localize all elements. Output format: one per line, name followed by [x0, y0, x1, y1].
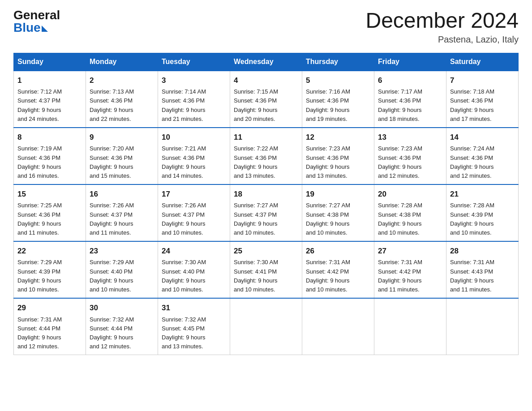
day-info: Sunrise: 7:13 AMSunset: 4:36 PMDaylight:… [90, 87, 154, 124]
calendar-cell: 31Sunrise: 7:32 AMSunset: 4:45 PMDayligh… [158, 298, 230, 355]
calendar-cell: 17Sunrise: 7:26 AMSunset: 4:37 PMDayligh… [158, 184, 230, 241]
day-number: 13 [378, 132, 442, 143]
day-number: 14 [450, 132, 515, 143]
day-info: Sunrise: 7:22 AMSunset: 4:36 PMDaylight:… [234, 144, 298, 180]
column-header-friday: Friday [374, 53, 446, 71]
day-info: Sunrise: 7:23 AMSunset: 4:36 PMDaylight:… [378, 144, 442, 180]
day-info: Sunrise: 7:17 AMSunset: 4:36 PMDaylight:… [378, 87, 442, 124]
day-number: 22 [17, 245, 82, 257]
day-info: Sunrise: 7:18 AMSunset: 4:36 PMDaylight:… [450, 87, 515, 124]
calendar-cell: 4Sunrise: 7:15 AMSunset: 4:36 PMDaylight… [230, 71, 302, 128]
calendar-cell: 5Sunrise: 7:16 AMSunset: 4:36 PMDaylight… [302, 71, 374, 128]
day-info: Sunrise: 7:19 AMSunset: 4:36 PMDaylight:… [17, 144, 82, 180]
day-number: 18 [234, 188, 298, 200]
column-header-monday: Monday [86, 53, 158, 71]
day-info: Sunrise: 7:31 AMSunset: 4:43 PMDaylight:… [450, 258, 515, 294]
page-title: December 2024 [365, 9, 519, 33]
day-number: 10 [162, 132, 226, 143]
calendar-cell: 29Sunrise: 7:31 AMSunset: 4:44 PMDayligh… [14, 298, 86, 355]
logo: General Blue [13, 9, 60, 34]
day-info: Sunrise: 7:15 AMSunset: 4:36 PMDaylight:… [234, 87, 298, 124]
day-info: Sunrise: 7:32 AMSunset: 4:44 PMDaylight:… [90, 315, 154, 351]
calendar-cell: 16Sunrise: 7:26 AMSunset: 4:37 PMDayligh… [86, 184, 158, 241]
day-info: Sunrise: 7:16 AMSunset: 4:36 PMDaylight:… [306, 87, 370, 124]
calendar-cell [230, 298, 302, 355]
day-number: 20 [378, 188, 442, 200]
calendar-table: SundayMondayTuesdayWednesdayThursdayFrid… [13, 53, 519, 355]
calendar-cell: 12Sunrise: 7:23 AMSunset: 4:36 PMDayligh… [302, 128, 374, 184]
column-header-tuesday: Tuesday [158, 53, 230, 71]
logo-general-text: General [13, 9, 60, 21]
day-info: Sunrise: 7:31 AMSunset: 4:42 PMDaylight:… [306, 258, 370, 294]
calendar-cell: 22Sunrise: 7:29 AMSunset: 4:39 PMDayligh… [14, 241, 86, 298]
day-number: 11 [234, 132, 298, 143]
calendar-cell: 9Sunrise: 7:20 AMSunset: 4:36 PMDaylight… [86, 128, 158, 184]
calendar-cell: 2Sunrise: 7:13 AMSunset: 4:36 PMDaylight… [86, 71, 158, 128]
calendar-cell: 18Sunrise: 7:27 AMSunset: 4:37 PMDayligh… [230, 184, 302, 241]
title-block: December 2024 Pastena, Lazio, Italy [365, 9, 519, 45]
day-number: 23 [90, 245, 154, 257]
calendar-week-row: 29Sunrise: 7:31 AMSunset: 4:44 PMDayligh… [14, 298, 519, 355]
calendar-cell: 14Sunrise: 7:24 AMSunset: 4:36 PMDayligh… [446, 128, 519, 184]
day-info: Sunrise: 7:28 AMSunset: 4:38 PMDaylight:… [378, 201, 442, 237]
day-info: Sunrise: 7:29 AMSunset: 4:40 PMDaylight:… [90, 258, 154, 294]
page-subtitle: Pastena, Lazio, Italy [365, 34, 519, 45]
day-info: Sunrise: 7:26 AMSunset: 4:37 PMDaylight:… [90, 201, 154, 237]
calendar-cell: 15Sunrise: 7:25 AMSunset: 4:36 PMDayligh… [14, 184, 86, 241]
day-info: Sunrise: 7:27 AMSunset: 4:38 PMDaylight:… [306, 201, 370, 237]
calendar-week-row: 8Sunrise: 7:19 AMSunset: 4:36 PMDaylight… [14, 128, 519, 184]
calendar-cell: 30Sunrise: 7:32 AMSunset: 4:44 PMDayligh… [86, 298, 158, 355]
calendar-cell: 21Sunrise: 7:28 AMSunset: 4:39 PMDayligh… [446, 184, 519, 241]
calendar-week-row: 15Sunrise: 7:25 AMSunset: 4:36 PMDayligh… [14, 184, 519, 241]
day-info: Sunrise: 7:12 AMSunset: 4:37 PMDaylight:… [17, 87, 82, 124]
day-number: 21 [450, 188, 515, 200]
calendar-cell: 25Sunrise: 7:30 AMSunset: 4:41 PMDayligh… [230, 241, 302, 298]
calendar-cell: 10Sunrise: 7:21 AMSunset: 4:36 PMDayligh… [158, 128, 230, 184]
day-info: Sunrise: 7:21 AMSunset: 4:36 PMDaylight:… [162, 144, 226, 180]
day-number: 15 [17, 188, 82, 200]
day-number: 4 [234, 75, 298, 86]
day-number: 6 [378, 75, 442, 86]
day-info: Sunrise: 7:25 AMSunset: 4:36 PMDaylight:… [17, 201, 82, 237]
day-number: 28 [450, 245, 515, 257]
calendar-week-row: 22Sunrise: 7:29 AMSunset: 4:39 PMDayligh… [14, 241, 519, 298]
day-number: 27 [378, 245, 442, 257]
day-info: Sunrise: 7:24 AMSunset: 4:36 PMDaylight:… [450, 144, 515, 180]
day-number: 1 [17, 75, 82, 86]
column-header-wednesday: Wednesday [230, 53, 302, 71]
calendar-cell: 3Sunrise: 7:14 AMSunset: 4:36 PMDaylight… [158, 71, 230, 128]
day-info: Sunrise: 7:29 AMSunset: 4:39 PMDaylight:… [17, 258, 82, 294]
day-number: 7 [450, 75, 515, 86]
calendar-cell: 19Sunrise: 7:27 AMSunset: 4:38 PMDayligh… [302, 184, 374, 241]
column-header-sunday: Sunday [14, 53, 86, 71]
day-number: 26 [306, 245, 370, 257]
calendar-cell: 27Sunrise: 7:31 AMSunset: 4:42 PMDayligh… [374, 241, 446, 298]
day-info: Sunrise: 7:31 AMSunset: 4:44 PMDaylight:… [17, 315, 82, 351]
calendar-header-row: SundayMondayTuesdayWednesdayThursdayFrid… [14, 53, 519, 71]
calendar-cell: 11Sunrise: 7:22 AMSunset: 4:36 PMDayligh… [230, 128, 302, 184]
day-info: Sunrise: 7:30 AMSunset: 4:41 PMDaylight:… [234, 258, 298, 294]
logo-arrow-icon [42, 26, 48, 32]
calendar-cell: 26Sunrise: 7:31 AMSunset: 4:42 PMDayligh… [302, 241, 374, 298]
day-number: 3 [162, 75, 226, 86]
calendar-cell: 8Sunrise: 7:19 AMSunset: 4:36 PMDaylight… [14, 128, 86, 184]
day-number: 24 [162, 245, 226, 257]
calendar-cell: 24Sunrise: 7:30 AMSunset: 4:40 PMDayligh… [158, 241, 230, 298]
calendar-cell: 1Sunrise: 7:12 AMSunset: 4:37 PMDaylight… [14, 71, 86, 128]
day-number: 17 [162, 188, 226, 200]
day-number: 29 [17, 302, 82, 314]
day-number: 25 [234, 245, 298, 257]
calendar-cell [374, 298, 446, 355]
day-info: Sunrise: 7:28 AMSunset: 4:39 PMDaylight:… [450, 201, 515, 237]
calendar-week-row: 1Sunrise: 7:12 AMSunset: 4:37 PMDaylight… [14, 71, 519, 128]
day-number: 19 [306, 188, 370, 200]
day-info: Sunrise: 7:26 AMSunset: 4:37 PMDaylight:… [162, 201, 226, 237]
calendar-cell: 7Sunrise: 7:18 AMSunset: 4:36 PMDaylight… [446, 71, 519, 128]
day-number: 9 [90, 132, 154, 143]
calendar-cell: 13Sunrise: 7:23 AMSunset: 4:36 PMDayligh… [374, 128, 446, 184]
logo-blue-text: Blue [13, 21, 48, 34]
day-info: Sunrise: 7:32 AMSunset: 4:45 PMDaylight:… [162, 315, 226, 351]
day-info: Sunrise: 7:30 AMSunset: 4:40 PMDaylight:… [162, 258, 226, 294]
day-number: 5 [306, 75, 370, 86]
day-number: 2 [90, 75, 154, 86]
